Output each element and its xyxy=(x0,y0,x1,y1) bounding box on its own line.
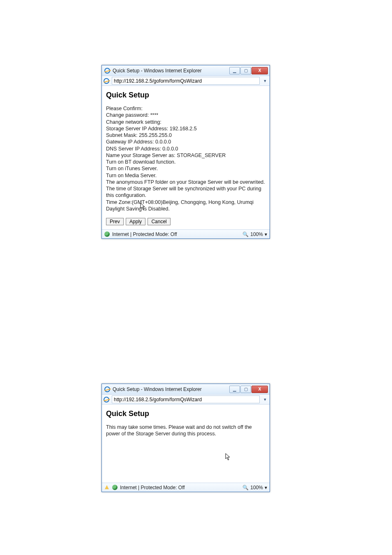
zoom-icon: 🔍 xyxy=(242,231,249,237)
url-dropdown[interactable]: ▼ xyxy=(262,395,268,403)
confirm-line: Please Confirm: xyxy=(106,105,265,112)
window-title: Quick Setup - Windows Internet Explorer xyxy=(113,68,202,74)
status-text: Internet | Protected Mode: Off xyxy=(120,485,185,490)
zoom-icon: 🔍 xyxy=(242,485,249,490)
status-bar: Internet | Protected Mode: Off 🔍 100% ▾ xyxy=(102,229,270,238)
ie-window-progress: Quick Setup - Windows Internet Explorer … xyxy=(101,384,270,492)
cursor-icon xyxy=(140,203,146,210)
maximize-button[interactable]: ▢ xyxy=(240,386,251,393)
zoom-dropdown[interactable]: ▾ xyxy=(265,485,267,490)
ie-window-confirm: Quick Setup - Windows Internet Explorer … xyxy=(101,65,270,239)
zoom-dropdown[interactable]: ▾ xyxy=(265,231,267,237)
window-controls: ▁ ▢ X xyxy=(229,386,268,393)
ie-icon xyxy=(104,386,110,392)
favicon-icon xyxy=(104,78,109,84)
url-field[interactable]: http://192.168.2.5/goform/formQsWizard xyxy=(112,395,260,403)
zoom-value[interactable]: 100% xyxy=(250,485,263,490)
confirm-line: Turn on BT download function. xyxy=(106,159,265,165)
titlebar-left: Quick Setup - Windows Internet Explorer xyxy=(104,68,202,74)
confirm-line: Gateway IP Address: 0.0.0.0 xyxy=(106,139,265,145)
titlebar[interactable]: Quick Setup - Windows Internet Explorer … xyxy=(102,65,270,76)
page-heading: Quick Setup xyxy=(106,91,265,99)
favicon-icon xyxy=(104,397,109,402)
address-bar: http://192.168.2.5/goform/formQsWizard ▼ xyxy=(102,76,270,86)
page-heading: Quick Setup xyxy=(106,409,265,418)
status-text: Internet | Protected Mode: Off xyxy=(112,231,177,237)
ie-icon xyxy=(104,68,110,74)
titlebar-left: Quick Setup - Windows Internet Explorer xyxy=(104,386,202,392)
titlebar[interactable]: Quick Setup - Windows Internet Explorer … xyxy=(102,384,270,395)
close-button[interactable]: X xyxy=(251,67,268,74)
page-content: Quick Setup Please Confirm: Change passw… xyxy=(102,86,270,229)
confirm-line: Turn on iTunes Server. xyxy=(106,165,265,172)
window-controls: ▁ ▢ X xyxy=(229,67,268,74)
warning-icon xyxy=(104,485,110,490)
address-bar: http://192.168.2.5/goform/formQsWizard ▼ xyxy=(102,395,270,405)
cancel-button[interactable]: Cancel xyxy=(148,218,170,225)
url-dropdown[interactable]: ▼ xyxy=(262,77,268,85)
url-field[interactable]: http://192.168.2.5/goform/formQsWizard xyxy=(112,77,260,85)
confirm-line: Name your Storage Server as: STORAGE_SER… xyxy=(106,152,265,159)
cursor-icon xyxy=(225,453,231,460)
wizard-buttons: Prev Apply Cancel xyxy=(106,218,265,225)
confirm-line: Daylight Saving is Disabled. xyxy=(106,206,265,212)
prev-button[interactable]: Prev xyxy=(106,218,124,225)
maximize-button[interactable]: ▢ xyxy=(240,67,251,74)
internet-zone-icon xyxy=(104,231,110,237)
internet-zone-icon xyxy=(112,485,118,490)
status-right: 🔍 100% ▾ xyxy=(242,485,267,490)
status-bar: Internet | Protected Mode: Off 🔍 100% ▾ xyxy=(102,483,270,492)
window-title: Quick Setup - Windows Internet Explorer xyxy=(113,386,202,392)
status-left: Internet | Protected Mode: Off xyxy=(104,231,177,237)
zoom-value[interactable]: 100% xyxy=(250,231,263,237)
confirm-line: DNS Server IP Address: 0.0.0.0 xyxy=(106,146,265,152)
confirm-line: The time of Storage Server will be synch… xyxy=(106,185,265,199)
confirm-line: Turn on Media Server. xyxy=(106,172,265,179)
confirm-line: The anonymous FTP folder on your Storage… xyxy=(106,179,265,185)
confirm-line: Change network setting: xyxy=(106,119,265,125)
status-left: Internet | Protected Mode: Off xyxy=(104,485,185,490)
status-right: 🔍 100% ▾ xyxy=(242,231,267,237)
confirm-line: Change password: **** xyxy=(106,112,265,118)
page-content: Quick Setup This may take some times. Pl… xyxy=(102,405,270,483)
progress-message: This may take some times. Please wait an… xyxy=(106,424,265,437)
minimize-button[interactable]: ▁ xyxy=(229,67,240,74)
apply-button[interactable]: Apply xyxy=(126,218,145,225)
minimize-button[interactable]: ▁ xyxy=(229,386,240,393)
close-button[interactable]: X xyxy=(251,386,268,393)
confirm-line: Time Zone:(GMT+08:00)Beijing, Chongqing,… xyxy=(106,199,265,206)
confirm-line: Storage Server IP Address: 192.168.2.5 xyxy=(106,125,265,132)
confirm-line: Subnet Mask: 255.255.255.0 xyxy=(106,132,265,139)
